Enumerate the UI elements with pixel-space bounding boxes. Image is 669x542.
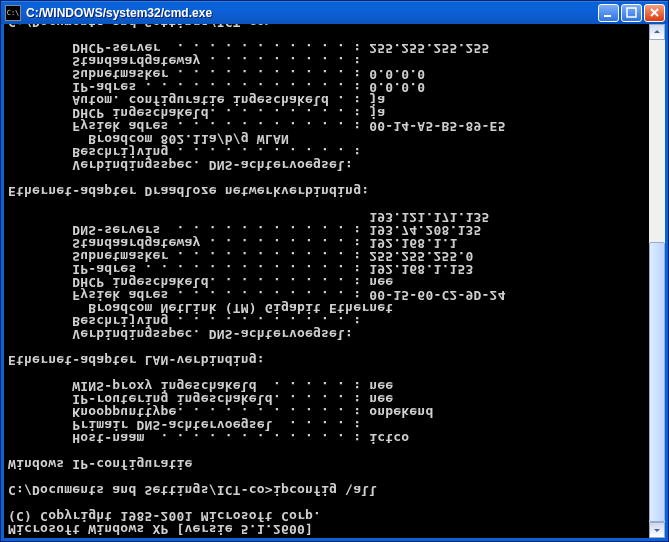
- client-area: Microsoft Windows XP [versie 5.1.2600] (…: [1, 24, 668, 541]
- scroll-down-button[interactable]: [649, 24, 665, 40]
- window-controls: [598, 4, 665, 22]
- terminal-output[interactable]: Microsoft Windows XP [versie 5.1.2600] (…: [4, 24, 665, 538]
- cmd-window: C:\ C:/WINDOWS/system32/cmd.exe Microsof…: [0, 0, 669, 542]
- close-button[interactable]: [644, 4, 665, 22]
- minimize-button[interactable]: [598, 4, 619, 22]
- window-title: C:/WINDOWS/system32/cmd.exe: [26, 6, 593, 20]
- vertical-scrollbar[interactable]: [649, 24, 665, 538]
- svg-rect-1: [627, 8, 636, 17]
- scroll-thumb[interactable]: [649, 242, 665, 522]
- titlebar[interactable]: C:\ C:/WINDOWS/system32/cmd.exe: [1, 1, 668, 24]
- maximize-button[interactable]: [621, 4, 642, 22]
- cmd-icon: C:\: [5, 5, 21, 21]
- scroll-up-button[interactable]: [649, 522, 665, 538]
- scroll-track[interactable]: [649, 40, 665, 522]
- svg-rect-0: [604, 15, 611, 17]
